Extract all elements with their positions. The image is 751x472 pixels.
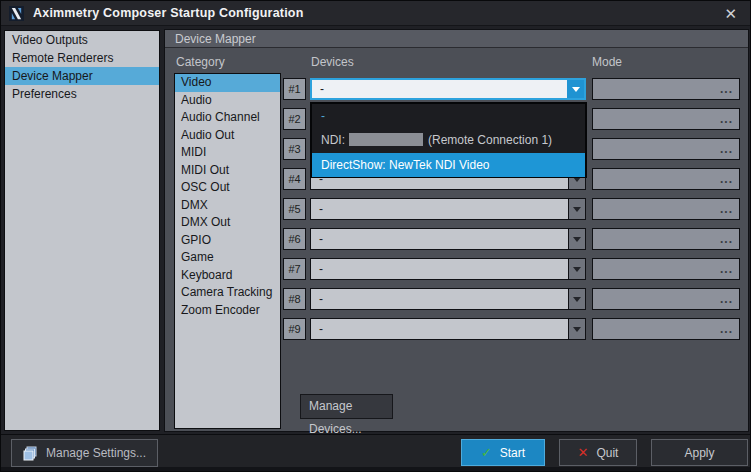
device-combobox-value: - bbox=[311, 262, 568, 276]
redacted-device-name bbox=[349, 133, 423, 146]
close-icon[interactable]: ✕ bbox=[724, 6, 737, 21]
device-index-label: #7 bbox=[283, 258, 306, 280]
ellipsis-button[interactable]: ... bbox=[720, 174, 739, 184]
device-combobox[interactable]: - bbox=[310, 228, 586, 250]
device-index-label: #1 bbox=[283, 78, 306, 100]
device-index-label: #2 bbox=[283, 108, 306, 130]
device-combobox[interactable]: - bbox=[310, 78, 586, 100]
chevron-down-icon[interactable] bbox=[568, 259, 585, 279]
mode-column-label: Mode bbox=[592, 55, 622, 69]
ellipsis-button[interactable]: ... bbox=[720, 294, 739, 304]
dropdown-item-none[interactable]: - bbox=[312, 104, 585, 128]
startup-configuration-window: Aximmetry Composer Startup Configuration… bbox=[0, 0, 751, 472]
mode-field[interactable]: ... bbox=[592, 318, 740, 340]
start-button[interactable]: ✓ Start bbox=[461, 439, 545, 466]
mode-field[interactable]: ... bbox=[592, 138, 740, 160]
manage-settings-button[interactable]: Manage Settings... bbox=[11, 439, 158, 467]
manage-devices-button[interactable]: Manage Devices... bbox=[300, 394, 393, 419]
mode-field[interactable]: ... bbox=[592, 288, 740, 310]
apply-button[interactable]: Apply bbox=[651, 439, 748, 466]
device-combobox-value: - bbox=[312, 82, 567, 96]
window-bottom-edge bbox=[1, 467, 750, 471]
device-combobox-value: - bbox=[311, 322, 568, 336]
device-combobox[interactable]: - bbox=[310, 198, 586, 220]
quit-button[interactable]: ✕ Quit bbox=[559, 439, 637, 466]
ellipsis-button[interactable]: ... bbox=[720, 144, 739, 154]
ellipsis-button[interactable]: ... bbox=[720, 234, 739, 244]
device-index-label: #8 bbox=[283, 288, 306, 310]
footer-bar: Manage Settings... ✓ Start ✕ Quit Apply bbox=[1, 434, 750, 469]
mode-field[interactable]: ... bbox=[592, 228, 740, 250]
ellipsis-button[interactable]: ... bbox=[720, 264, 739, 274]
mode-field[interactable]: ... bbox=[592, 168, 740, 190]
ellipsis-button[interactable]: ... bbox=[720, 204, 739, 214]
chevron-down-icon[interactable] bbox=[568, 199, 585, 219]
panel-header: Device Mapper bbox=[165, 30, 748, 48]
device-index-label: #9 bbox=[283, 318, 306, 340]
aximmetry-logo-icon bbox=[9, 6, 24, 21]
device-combobox[interactable]: - bbox=[310, 318, 586, 340]
device-mapper-panel: Device Mapper Category Devices Mode Vide… bbox=[164, 29, 749, 432]
device-index-label: #5 bbox=[283, 198, 306, 220]
mode-field[interactable]: ... bbox=[592, 78, 740, 100]
ndi-prefix: NDI: bbox=[321, 133, 345, 147]
settings-sidebar-list: Video OutputsRemote RenderersDevice Mapp… bbox=[4, 30, 160, 431]
device-index-label: #3 bbox=[283, 138, 306, 160]
mode-field[interactable]: ... bbox=[592, 198, 740, 220]
manage-settings-label: Manage Settings... bbox=[46, 446, 146, 460]
sidebar-item-video-outputs[interactable]: Video Outputs bbox=[5, 31, 159, 49]
chevron-down-icon[interactable] bbox=[568, 229, 585, 249]
device-combobox[interactable]: - bbox=[310, 288, 586, 310]
check-icon: ✓ bbox=[481, 445, 492, 460]
chevron-down-icon[interactable] bbox=[568, 289, 585, 309]
device-index-label: #6 bbox=[283, 228, 306, 250]
device-row-6: #6-... bbox=[165, 228, 748, 250]
quit-label: Quit bbox=[596, 446, 618, 460]
layers-icon bbox=[23, 446, 38, 461]
chevron-down-icon[interactable] bbox=[567, 80, 584, 98]
sidebar-item-preferences[interactable]: Preferences bbox=[5, 85, 159, 103]
apply-label: Apply bbox=[684, 446, 714, 460]
dropdown-item-directshow[interactable]: DirectShow: NewTek NDI Video bbox=[312, 153, 585, 177]
device-index-label: #4 bbox=[283, 168, 306, 190]
category-column-label: Category bbox=[176, 55, 225, 69]
device-row-8: #8-... bbox=[165, 288, 748, 310]
chevron-down-icon[interactable] bbox=[568, 319, 585, 339]
device-combobox[interactable]: - bbox=[310, 258, 586, 280]
device-row-9: #9-... bbox=[165, 318, 748, 340]
start-label: Start bbox=[500, 446, 525, 460]
device-combobox-value: - bbox=[311, 202, 568, 216]
dropdown-item-ndi[interactable]: NDI:(Remote Connection 1) bbox=[312, 128, 585, 153]
device-combobox-value: - bbox=[311, 292, 568, 306]
ellipsis-button[interactable]: ... bbox=[720, 84, 739, 94]
mode-field[interactable]: ... bbox=[592, 108, 740, 130]
ndi-suffix: (Remote Connection 1) bbox=[428, 133, 552, 147]
devices-column-label: Devices bbox=[311, 55, 354, 69]
ellipsis-button[interactable]: ... bbox=[720, 114, 739, 124]
mode-field[interactable]: ... bbox=[592, 258, 740, 280]
device-combobox-value: - bbox=[311, 232, 568, 246]
sidebar-item-remote-renderers[interactable]: Remote Renderers bbox=[5, 49, 159, 67]
title-bar[interactable]: Aximmetry Composer Startup Configuration… bbox=[1, 1, 750, 26]
sidebar-item-device-mapper[interactable]: Device Mapper bbox=[5, 67, 159, 85]
window-title: Aximmetry Composer Startup Configuration bbox=[33, 6, 304, 20]
device-row-5: #5-... bbox=[165, 198, 748, 220]
red-cross-icon: ✕ bbox=[578, 445, 589, 460]
device-row-1: #1-... bbox=[165, 78, 748, 100]
device-row-7: #7-... bbox=[165, 258, 748, 280]
ellipsis-button[interactable]: ... bbox=[720, 324, 739, 334]
device-dropdown-popup: - NDI:(Remote Connection 1) DirectShow: … bbox=[310, 102, 587, 178]
